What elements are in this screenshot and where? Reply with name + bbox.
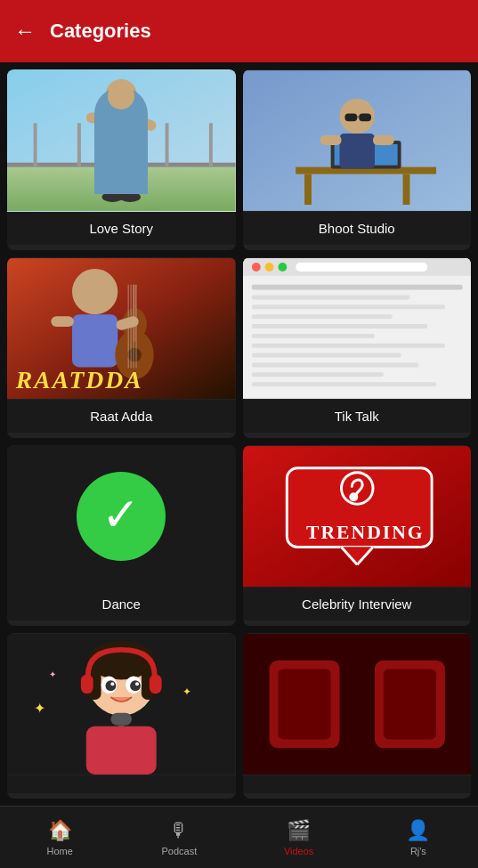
svg-point-46 [264, 263, 273, 272]
svg-rect-92 [278, 669, 330, 740]
svg-rect-7 [209, 123, 213, 166]
svg-rect-52 [251, 314, 392, 319]
svg-point-15 [119, 191, 141, 202]
svg-rect-31 [72, 314, 117, 367]
category-grid: Love Story [0, 62, 478, 806]
svg-rect-93 [383, 669, 435, 740]
category-card-raat-adda[interactable]: RAATDDA Raat Adda [7, 257, 236, 438]
raat-adda-label: Raat Adda [7, 400, 236, 433]
category-card-tik-talk[interactable]: Tik Talk [243, 257, 472, 438]
svg-rect-1 [7, 167, 236, 211]
nav-podcast[interactable]: 🎙 Podcast [119, 819, 239, 856]
svg-rect-5 [121, 123, 125, 166]
back-button[interactable]: ← [14, 19, 36, 44]
page-title: Categories [50, 20, 151, 43]
dance-image: ✓ [7, 445, 236, 588]
card-image-celebrity-interview: TRENDING [243, 445, 472, 588]
home-label: Home [46, 846, 72, 856]
svg-point-35 [127, 348, 142, 362]
category-card-love-story[interactable]: Love Story [7, 69, 236, 250]
svg-text:TRENDING: TRENDING [306, 522, 425, 543]
checkmark-icon: ✓ [101, 491, 141, 538]
svg-rect-54 [251, 334, 374, 338]
svg-point-30 [72, 269, 117, 314]
category-card-bhoot-studio[interactable]: Bhoot Studio [243, 69, 472, 250]
card-image-love-story [7, 69, 236, 212]
svg-point-79 [130, 680, 141, 691]
svg-rect-9 [104, 110, 139, 154]
svg-rect-82 [110, 713, 132, 726]
svg-rect-59 [251, 382, 435, 386]
svg-rect-85 [86, 726, 157, 775]
card-image-unknown [243, 633, 472, 775]
card-image-raat-adda: RAATDDA [7, 257, 236, 400]
love-story-image [7, 69, 236, 212]
svg-point-81 [135, 682, 139, 685]
header: ← Categories [0, 0, 478, 62]
svg-rect-12 [86, 112, 106, 123]
svg-rect-26 [339, 134, 374, 168]
svg-rect-48 [296, 263, 427, 272]
svg-rect-34 [133, 285, 136, 342]
svg-rect-53 [251, 324, 426, 329]
svg-point-67 [349, 492, 358, 501]
videos-icon: 🎬 [287, 819, 311, 842]
svg-rect-19 [402, 174, 409, 205]
bottom-navigation: 🏠 Home 🎙 Podcast 🎬 Videos 👤 Rj's [0, 806, 478, 868]
svg-point-45 [251, 263, 260, 272]
category-card-podcast[interactable]: ✦ ✦ ✦ [7, 633, 236, 799]
svg-rect-75 [150, 674, 162, 694]
svg-point-78 [105, 680, 116, 691]
svg-rect-27 [320, 135, 341, 145]
svg-rect-49 [251, 285, 462, 290]
svg-rect-28 [373, 135, 394, 145]
home-icon: 🏠 [48, 819, 72, 842]
unknown-label [243, 775, 472, 793]
svg-rect-23 [344, 113, 357, 121]
celebrity-interview-label: Celebrity Interview [243, 588, 472, 621]
svg-text:✦: ✦ [49, 669, 56, 679]
svg-text:✦: ✦ [182, 685, 191, 698]
svg-rect-40 [51, 316, 74, 327]
svg-point-47 [278, 263, 287, 272]
svg-point-8 [105, 79, 137, 111]
card-image-tik-talk [243, 257, 472, 400]
dance-label: Dance [7, 588, 236, 621]
svg-rect-11 [123, 153, 137, 197]
svg-rect-3 [34, 123, 37, 166]
bhoot-studio-label: Bhoot Studio [243, 212, 472, 245]
svg-rect-56 [251, 353, 401, 358]
svg-rect-74 [81, 674, 93, 694]
svg-rect-55 [251, 344, 444, 348]
svg-rect-6 [166, 123, 169, 166]
nav-rjs[interactable]: 👤 Rj's [359, 819, 478, 856]
card-image-dance: ✓ [7, 445, 236, 588]
love-story-label: Love Story [7, 212, 236, 245]
svg-rect-24 [359, 113, 371, 121]
videos-label: Videos [284, 846, 313, 856]
svg-text:✦: ✦ [34, 701, 45, 716]
category-card-dance[interactable]: ✓ Dance [7, 445, 236, 626]
svg-rect-58 [251, 372, 383, 377]
category-card-celebrity-interview[interactable]: TRENDING Celebrity Interview [243, 445, 472, 626]
svg-rect-18 [304, 174, 312, 205]
svg-rect-50 [251, 296, 409, 300]
podcast-nav-label: Podcast [162, 846, 198, 856]
svg-rect-57 [251, 362, 417, 367]
tik-talk-label: Tik Talk [243, 400, 472, 433]
svg-rect-10 [105, 153, 119, 197]
rjs-icon: 👤 [406, 819, 430, 842]
category-card-unknown[interactable] [243, 633, 472, 799]
podcast-icon: 🎙 [169, 819, 189, 842]
podcast-girl-label [7, 775, 236, 793]
nav-videos[interactable]: 🎬 Videos [239, 819, 359, 856]
svg-rect-4 [77, 123, 81, 166]
nav-home[interactable]: 🏠 Home [0, 819, 119, 856]
svg-rect-51 [251, 304, 444, 309]
svg-point-80 [110, 682, 114, 685]
dance-checkmark-circle: ✓ [77, 472, 166, 561]
card-image-bhoot-studio [243, 69, 472, 212]
card-image-podcast: ✦ ✦ ✦ [7, 633, 236, 775]
svg-rect-2 [7, 163, 236, 167]
svg-text:RAATDDA: RAATDDA [15, 366, 143, 393]
